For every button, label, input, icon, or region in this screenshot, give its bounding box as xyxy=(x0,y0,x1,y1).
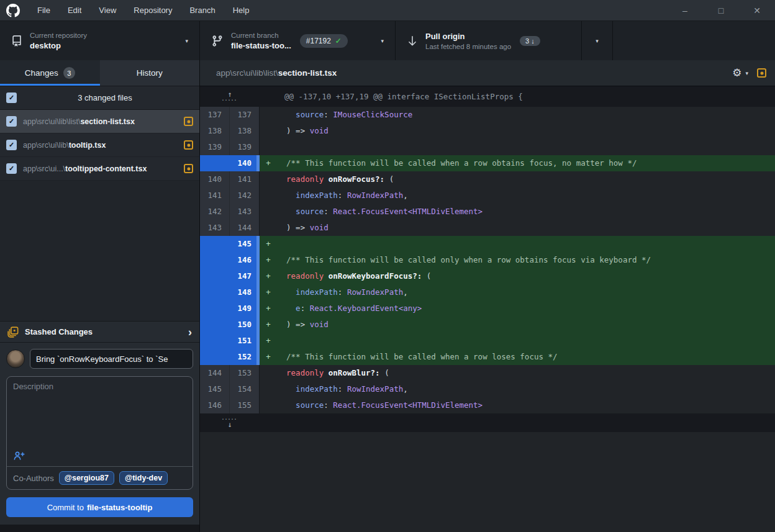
diff-line[interactable]: 141142 indexPath: RowIndexPath, xyxy=(200,187,775,204)
line-number-new[interactable]: 142 xyxy=(230,187,260,204)
pull-origin-button[interactable]: Pull origin Last fetched 8 minutes ago 3… xyxy=(396,21,582,60)
diff-line[interactable]: 137137 source: IMouseClickSource xyxy=(200,107,775,123)
line-number-new[interactable]: 148 xyxy=(230,284,260,300)
line-number-old[interactable] xyxy=(200,333,230,349)
diff-line[interactable]: 145+ xyxy=(200,236,775,252)
menu-item-help[interactable]: Help xyxy=(224,0,258,20)
pull-dropdown-button[interactable]: ▾ xyxy=(582,21,613,60)
diff-line[interactable]: 146+ /** This function will be called on… xyxy=(200,252,775,268)
select-all-checkbox[interactable]: ✓ xyxy=(6,92,17,103)
line-number-old[interactable]: 138 xyxy=(200,123,230,139)
pr-status-badge[interactable]: #17192 ✓ xyxy=(300,34,348,48)
token: indexPath xyxy=(296,384,338,394)
code-content: readonly onRowBlur?: ( xyxy=(260,365,775,381)
line-number-old[interactable] xyxy=(200,317,230,333)
file-row[interactable]: ✓app\src\ui\lib\list\section-list.tsx xyxy=(0,110,199,133)
diff-line[interactable]: 144153 readonly onRowBlur?: ( xyxy=(200,365,775,381)
token: : xyxy=(301,304,310,313)
file-row[interactable]: ✓app\src\ui...\tooltipped-content.tsx xyxy=(0,157,199,181)
menu-item-file[interactable]: File xyxy=(29,0,59,20)
minimize-button[interactable]: – xyxy=(667,0,703,20)
line-number-new[interactable]: 137 xyxy=(230,107,260,123)
line-number-new[interactable]: 151 xyxy=(230,333,260,349)
line-number-new[interactable]: 141 xyxy=(230,171,260,187)
stashed-changes-row[interactable]: Stashed Changes › xyxy=(0,321,199,343)
arrow-down-icon xyxy=(407,35,418,47)
line-number-old[interactable]: 145 xyxy=(200,381,230,397)
diff-line[interactable]: 145154 indexPath: RowIndexPath, xyxy=(200,381,775,397)
line-number-old[interactable] xyxy=(200,236,230,252)
line-number-old[interactable]: 137 xyxy=(200,107,230,123)
current-branch-button[interactable]: Current branch file-status-too... #17192… xyxy=(200,21,396,60)
menu-item-branch[interactable]: Branch xyxy=(181,0,224,20)
line-number-old[interactable]: 144 xyxy=(200,365,230,381)
menu-item-repository[interactable]: Repository xyxy=(125,0,181,20)
diff-line[interactable]: 143144 ) => void xyxy=(200,220,775,236)
code-text: ) => void xyxy=(277,123,329,139)
line-number-new[interactable]: 149 xyxy=(230,300,260,317)
diff-line[interactable]: 139139 xyxy=(200,139,775,155)
diff-line[interactable]: 151+ xyxy=(200,333,775,349)
line-number-old[interactable] xyxy=(200,155,230,171)
commit-summary-input[interactable] xyxy=(30,349,193,369)
coauthor-pills: @sergiou87@tidy-dev xyxy=(59,471,168,485)
commit-button[interactable]: Commit to file-status-tooltip xyxy=(6,497,193,517)
menu-item-view[interactable]: View xyxy=(90,0,125,20)
diff-line[interactable]: 149+ e: React.KeyboardEvent<any> xyxy=(200,300,775,317)
line-number-old[interactable]: 139 xyxy=(200,139,230,155)
line-number-old[interactable]: 142 xyxy=(200,204,230,220)
line-number-old[interactable] xyxy=(200,252,230,268)
line-number-new[interactable]: 138 xyxy=(230,123,260,139)
expand-hunk-up-button[interactable]: ↑ ••••• xyxy=(200,91,260,102)
menu-item-edit[interactable]: Edit xyxy=(59,0,90,20)
maximize-button[interactable]: □ xyxy=(703,0,739,20)
line-number-new[interactable]: 143 xyxy=(230,204,260,220)
line-number-old[interactable]: 143 xyxy=(200,220,230,236)
coauthor-pill[interactable]: @sergiou87 xyxy=(59,471,114,485)
line-number-new[interactable]: 155 xyxy=(230,397,260,413)
current-repository-button[interactable]: Current repository desktop ▾ xyxy=(0,21,200,60)
diff-line[interactable]: 147+ readonly onRowKeyboardFocus?: ( xyxy=(200,268,775,284)
line-number-new[interactable]: 154 xyxy=(230,381,260,397)
line-number-new[interactable]: 147 xyxy=(230,268,260,284)
tab-changes[interactable]: Changes 3 xyxy=(0,60,100,86)
line-number-old[interactable] xyxy=(200,300,230,317)
line-number-new[interactable]: 144 xyxy=(230,220,260,236)
avatar xyxy=(6,349,25,368)
line-number-new[interactable]: 145 xyxy=(230,236,260,252)
line-number-old[interactable] xyxy=(200,284,230,300)
add-coauthor-button[interactable] xyxy=(13,451,25,461)
line-number-new[interactable]: 146 xyxy=(230,252,260,268)
coauthor-pill[interactable]: @tidy-dev xyxy=(119,471,168,485)
diff-line[interactable]: 150+ ) => void xyxy=(200,317,775,333)
line-number-old[interactable] xyxy=(200,349,230,365)
line-number-old[interactable]: 141 xyxy=(200,187,230,204)
diff-line[interactable]: 138138 ) => void xyxy=(200,123,775,139)
diff-line[interactable]: 142143 source: React.FocusEvent<HTMLDivE… xyxy=(200,204,775,220)
diff-line[interactable]: 146155 source: React.FocusEvent<HTMLDivE… xyxy=(200,397,775,413)
line-number-new[interactable]: 150 xyxy=(230,317,260,333)
diff-line[interactable]: 140+ /** This function will be called wh… xyxy=(200,155,775,171)
commit-description-input[interactable] xyxy=(7,377,193,445)
tab-history[interactable]: History xyxy=(100,60,200,86)
diff-line[interactable]: 140141 readonly onRowFocus?: ( xyxy=(200,171,775,187)
line-number-new[interactable]: 153 xyxy=(230,365,260,381)
diff-line[interactable]: 148+ indexPath: RowIndexPath, xyxy=(200,284,775,300)
line-number-new[interactable]: 140 xyxy=(230,155,260,171)
diff-line[interactable]: 152+ /** This function will be called wh… xyxy=(200,349,775,365)
file-path: app\src\ui\lib\tooltip.tsx xyxy=(23,141,178,150)
line-number-old[interactable]: 146 xyxy=(200,397,230,413)
file-row[interactable]: ✓app\src\ui\lib\tooltip.tsx xyxy=(0,133,199,157)
file-checkbox[interactable]: ✓ xyxy=(6,163,17,174)
line-number-old[interactable]: 140 xyxy=(200,171,230,187)
expand-hunk-down-button[interactable]: ••••• ↓ xyxy=(200,413,260,432)
line-number-old[interactable] xyxy=(200,268,230,284)
diff-options-button[interactable]: ⚙ ▾ xyxy=(732,68,748,78)
file-checkbox[interactable]: ✓ xyxy=(6,116,17,127)
toolbar-spacer xyxy=(613,21,775,60)
close-button[interactable]: ✕ xyxy=(739,0,775,20)
file-checkbox[interactable]: ✓ xyxy=(6,140,17,150)
token: source xyxy=(296,400,324,410)
line-number-new[interactable]: 152 xyxy=(230,349,260,365)
line-number-new[interactable]: 139 xyxy=(230,139,260,155)
